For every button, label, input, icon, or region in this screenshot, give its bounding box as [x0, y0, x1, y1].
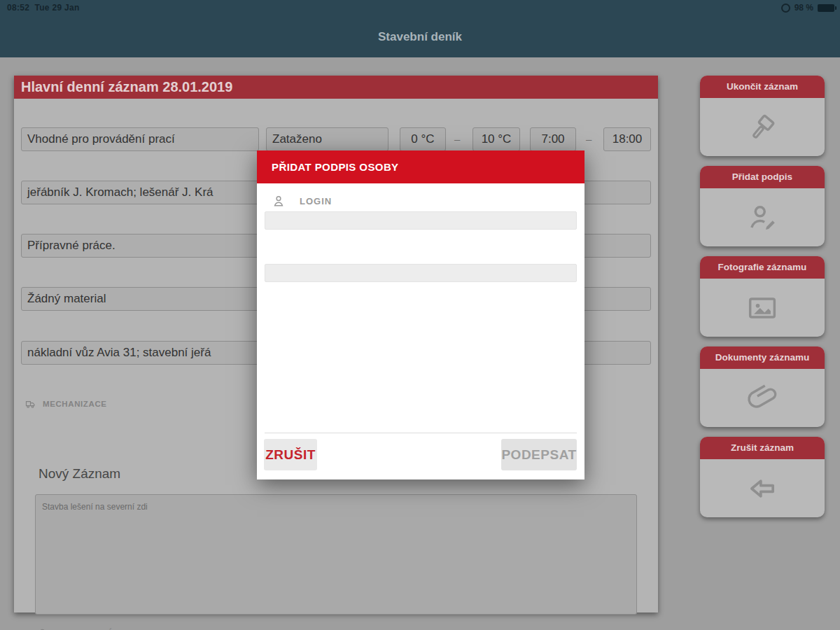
orientation-lock-icon: [781, 4, 790, 13]
end-record-label: Ukončit záznam: [700, 76, 825, 98]
add-signature-label: Přidat podpis: [700, 166, 825, 188]
login-input[interactable]: [265, 211, 577, 230]
record-documents-button[interactable]: Dokumenty záznamu: [700, 346, 825, 427]
cancel-button[interactable]: ZRUŠIT: [264, 439, 317, 470]
record-documents-label: Dokumenty záznamu: [700, 346, 825, 369]
new-entry-heading: Nový Záznam: [38, 466, 120, 482]
machinery-label-row: MECHANIZACE: [24, 398, 107, 410]
record-title: Hlavní denní záznam 28.01.2019: [14, 76, 658, 99]
page-title: Stavební deník: [0, 30, 840, 44]
cancel-record-button[interactable]: Zrušit záznam: [700, 437, 825, 517]
status-bar: 08:52 Tue 29 Jan 98 %: [0, 0, 840, 17]
person-signature-icon: [37, 627, 50, 630]
new-entry-textarea[interactable]: Stavba lešení na severní zdi: [35, 494, 637, 615]
work-hours-from-input[interactable]: 7:00: [530, 127, 576, 151]
person-edit-icon: [744, 200, 780, 236]
add-signature-button[interactable]: Přidat podpis: [700, 166, 825, 246]
cancel-record-label: Zrušit záznam: [700, 437, 825, 459]
temperature-from-input[interactable]: 0 °C: [400, 127, 446, 151]
weather-input[interactable]: Zataženo: [266, 127, 388, 151]
status-time-date: 08:52 Tue 29 Jan: [7, 3, 80, 13]
temperature-to-input[interactable]: 10 °C: [472, 127, 520, 151]
sign-button[interactable]: PODEPSAT: [501, 439, 577, 470]
battery-icon: [818, 4, 834, 12]
site-state-input[interactable]: Vhodné pro provádění prací: [21, 127, 259, 151]
signed-persons-label-row: PODEPSANÉ OSOBY: [37, 627, 148, 630]
end-record-button[interactable]: Ukončit záznam: [700, 76, 825, 156]
dialog-divider: [265, 433, 577, 433]
add-signature-dialog: PŘIDAT PODPIS OSOBY LOGIN ZRUŠIT PODEPSA…: [257, 150, 584, 479]
battery-percent: 98 %: [794, 3, 813, 13]
status-date: Tue 29 Jan: [34, 3, 79, 13]
record-photos-button[interactable]: Fotografie záznamu: [700, 256, 825, 337]
photo-icon: [744, 290, 780, 326]
login-label-row: LOGIN: [272, 194, 332, 208]
work-hours-separator: –: [586, 133, 592, 145]
gavel-icon: [744, 109, 780, 146]
truck-icon: [24, 398, 36, 410]
record-photos-label: Fotografie záznamu: [700, 256, 825, 279]
login-label: LOGIN: [300, 196, 332, 206]
login-person-icon: [272, 194, 286, 208]
work-hours-to-input[interactable]: 18:00: [603, 127, 651, 151]
temperature-separator: –: [454, 133, 460, 145]
status-time: 08:52: [7, 3, 29, 13]
paperclip-icon: [744, 380, 780, 416]
arrow-left-icon: [744, 470, 780, 507]
app-screen: 08:52 Tue 29 Jan 98 % Stavební deník Hla…: [0, 0, 840, 630]
machinery-label: MECHANIZACE: [43, 400, 107, 408]
dialog-title: PŘIDAT PODPIS OSOBY: [257, 150, 584, 183]
top-bar: 08:52 Tue 29 Jan 98 % Stavební deník: [0, 0, 840, 57]
password-input[interactable]: [265, 264, 577, 282]
status-indicators: 98 %: [781, 3, 834, 13]
